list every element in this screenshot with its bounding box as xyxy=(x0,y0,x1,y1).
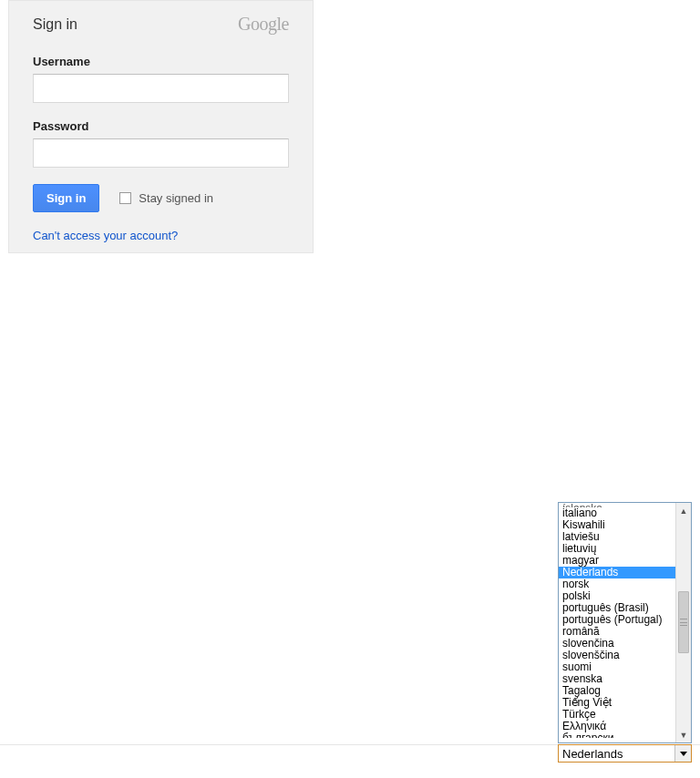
chevron-down-icon xyxy=(680,752,687,756)
listbox-scrollbar[interactable]: ▲ ▼ xyxy=(675,503,691,742)
username-label: Username xyxy=(33,55,289,68)
signin-card: Sign in Google Username Password Sign in… xyxy=(8,0,314,253)
action-row: Sign in Stay signed in xyxy=(33,184,289,212)
scroll-track[interactable] xyxy=(676,518,691,727)
language-select-value: Nederlands xyxy=(559,745,674,762)
stay-signed-checkbox[interactable] xyxy=(119,192,131,204)
language-select-button[interactable] xyxy=(674,745,691,762)
language-listbox[interactable]: íslenska italiano Kiswahili latviešu lie… xyxy=(558,502,692,743)
username-input[interactable] xyxy=(33,74,289,103)
chevron-down-icon: ▼ xyxy=(680,731,688,740)
language-option[interactable]: Ελληνικά xyxy=(559,721,675,732)
stay-signed-label: Stay signed in xyxy=(139,191,213,205)
scroll-up-button[interactable]: ▲ xyxy=(676,503,691,518)
password-label: Password xyxy=(33,119,289,133)
scroll-down-button[interactable]: ▼ xyxy=(676,727,691,742)
language-select[interactable]: Nederlands xyxy=(558,744,692,763)
password-input[interactable] xyxy=(33,138,289,168)
scroll-thumb[interactable] xyxy=(678,591,689,653)
signin-button[interactable]: Sign in xyxy=(33,184,99,212)
chevron-up-icon: ▲ xyxy=(680,507,688,516)
account-help-link[interactable]: Can't access your account? xyxy=(33,229,178,242)
language-options-container: íslenska italiano Kiswahili latviešu lie… xyxy=(559,503,675,742)
signin-title: Sign in xyxy=(33,16,77,33)
google-logo: Google xyxy=(238,14,289,35)
stay-signed-row: Stay signed in xyxy=(119,191,213,205)
card-header: Sign in Google xyxy=(33,14,289,35)
scroll-grip-icon xyxy=(680,619,687,626)
language-option[interactable]: български xyxy=(559,732,675,738)
